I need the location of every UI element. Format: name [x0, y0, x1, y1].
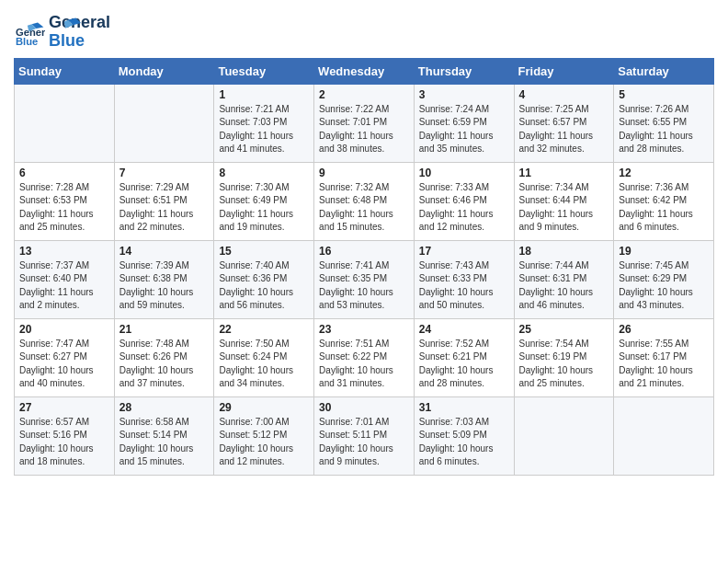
day-number: 22	[219, 323, 309, 336]
cell-content: Sunrise: 7:39 AMSunset: 6:38 PMDaylight:…	[119, 259, 210, 313]
cell-content: Sunrise: 7:43 AMSunset: 6:33 PMDaylight:…	[419, 259, 509, 313]
calendar-cell: 14Sunrise: 7:39 AMSunset: 6:38 PMDayligh…	[114, 240, 214, 318]
cell-content: Sunrise: 7:00 AMSunset: 5:12 PMDaylight:…	[219, 416, 309, 469]
cell-content: Sunrise: 7:25 AMSunset: 6:57 PMDaylight:…	[519, 103, 609, 156]
calendar-cell: 30Sunrise: 7:01 AMSunset: 5:11 PMDayligh…	[314, 396, 415, 475]
calendar-cell: 4Sunrise: 7:25 AMSunset: 6:57 PMDaylight…	[514, 84, 614, 162]
cell-content: Sunrise: 6:58 AMSunset: 5:14 PMDaylight:…	[119, 416, 210, 469]
calendar-cell: 19Sunrise: 7:45 AMSunset: 6:29 PMDayligh…	[614, 240, 714, 318]
day-number: 13	[19, 245, 109, 258]
calendar-cell: 27Sunrise: 6:57 AMSunset: 5:16 PMDayligh…	[15, 396, 115, 475]
day-number: 12	[619, 167, 709, 179]
calendar-cell: 7Sunrise: 7:29 AMSunset: 6:51 PMDaylight…	[114, 162, 214, 240]
cell-content: Sunrise: 7:55 AMSunset: 6:17 PMDaylight:…	[619, 338, 709, 391]
cell-content: Sunrise: 7:44 AMSunset: 6:31 PMDaylight:…	[519, 259, 609, 313]
calendar-cell: 15Sunrise: 7:40 AMSunset: 6:36 PMDayligh…	[214, 240, 314, 318]
cell-content: Sunrise: 7:48 AMSunset: 6:26 PMDaylight:…	[119, 338, 210, 391]
week-row-5: 27Sunrise: 6:57 AMSunset: 5:16 PMDayligh…	[15, 396, 714, 475]
cell-content: Sunrise: 7:01 AMSunset: 5:11 PMDaylight:…	[319, 416, 409, 469]
calendar-cell	[514, 396, 614, 475]
calendar-cell: 2Sunrise: 7:22 AMSunset: 7:01 PMDaylight…	[314, 84, 415, 162]
cell-content: Sunrise: 7:36 AMSunset: 6:42 PMDaylight:…	[619, 181, 709, 235]
calendar-cell	[15, 84, 115, 162]
day-number: 21	[119, 323, 210, 336]
day-number: 14	[119, 245, 210, 258]
day-number: 19	[619, 245, 709, 258]
header-day-wednesday: Wednesday	[314, 58, 415, 84]
logo-icon: General Blue	[16, 19, 45, 45]
cell-content: Sunrise: 7:50 AMSunset: 6:24 PMDaylight:…	[219, 338, 309, 391]
calendar-cell	[614, 396, 714, 475]
header-day-sunday: Sunday	[15, 58, 115, 84]
cell-content: Sunrise: 7:29 AMSunset: 6:51 PMDaylight:…	[119, 181, 210, 235]
day-number: 1	[219, 88, 309, 101]
page-header: General Blue General Blue	[14, 14, 714, 51]
day-number: 29	[219, 401, 309, 414]
day-number: 18	[519, 245, 609, 258]
cell-content: Sunrise: 7:22 AMSunset: 7:01 PMDaylight:…	[319, 103, 409, 156]
cell-content: Sunrise: 7:26 AMSunset: 6:55 PMDaylight:…	[619, 103, 709, 156]
day-number: 6	[19, 167, 109, 179]
cell-content: Sunrise: 7:41 AMSunset: 6:35 PMDaylight:…	[319, 259, 409, 313]
cell-content: Sunrise: 7:03 AMSunset: 5:09 PMDaylight:…	[419, 416, 509, 469]
calendar-cell: 10Sunrise: 7:33 AMSunset: 6:46 PMDayligh…	[414, 162, 514, 240]
day-number: 30	[319, 401, 409, 414]
cell-content: Sunrise: 7:28 AMSunset: 6:53 PMDaylight:…	[19, 181, 109, 235]
day-number: 27	[19, 401, 109, 414]
day-number: 26	[619, 323, 709, 336]
cell-content: Sunrise: 7:45 AMSunset: 6:29 PMDaylight:…	[619, 259, 709, 313]
day-number: 5	[619, 88, 709, 101]
day-number: 2	[319, 88, 409, 101]
calendar-cell: 31Sunrise: 7:03 AMSunset: 5:09 PMDayligh…	[414, 396, 514, 475]
calendar-cell: 1Sunrise: 7:21 AMSunset: 7:03 PMDaylight…	[214, 84, 314, 162]
calendar-cell: 23Sunrise: 7:51 AMSunset: 6:22 PMDayligh…	[314, 318, 415, 396]
calendar-cell: 13Sunrise: 7:37 AMSunset: 6:40 PMDayligh…	[15, 240, 115, 318]
header-day-monday: Monday	[114, 58, 214, 84]
header-day-tuesday: Tuesday	[214, 58, 314, 84]
day-number: 28	[119, 401, 210, 414]
cell-content: Sunrise: 7:30 AMSunset: 6:49 PMDaylight:…	[219, 181, 309, 235]
calendar-cell: 24Sunrise: 7:52 AMSunset: 6:21 PMDayligh…	[414, 318, 514, 396]
header-day-saturday: Saturday	[614, 58, 714, 84]
calendar-cell: 6Sunrise: 7:28 AMSunset: 6:53 PMDaylight…	[15, 162, 115, 240]
calendar-cell: 21Sunrise: 7:48 AMSunset: 6:26 PMDayligh…	[114, 318, 214, 396]
day-number: 25	[519, 323, 609, 336]
header-day-thursday: Thursday	[414, 58, 514, 84]
week-row-3: 13Sunrise: 7:37 AMSunset: 6:40 PMDayligh…	[15, 240, 714, 318]
week-row-2: 6Sunrise: 7:28 AMSunset: 6:53 PMDaylight…	[15, 162, 714, 240]
calendar-cell: 20Sunrise: 7:47 AMSunset: 6:27 PMDayligh…	[15, 318, 115, 396]
calendar-cell: 25Sunrise: 7:54 AMSunset: 6:19 PMDayligh…	[514, 318, 614, 396]
calendar-cell: 9Sunrise: 7:32 AMSunset: 6:48 PMDaylight…	[314, 162, 415, 240]
calendar-cell: 22Sunrise: 7:50 AMSunset: 6:24 PMDayligh…	[214, 318, 314, 396]
calendar-cell: 12Sunrise: 7:36 AMSunset: 6:42 PMDayligh…	[614, 162, 714, 240]
day-number: 11	[519, 167, 609, 179]
cell-content: Sunrise: 7:32 AMSunset: 6:48 PMDaylight:…	[319, 181, 409, 235]
cell-content: Sunrise: 7:21 AMSunset: 7:03 PMDaylight:…	[219, 103, 309, 156]
cell-content: Sunrise: 6:57 AMSunset: 5:16 PMDaylight:…	[19, 416, 109, 469]
calendar-cell: 5Sunrise: 7:26 AMSunset: 6:55 PMDaylight…	[614, 84, 714, 162]
day-number: 3	[419, 88, 509, 101]
logo: General Blue General Blue	[14, 14, 97, 51]
week-row-1: 1Sunrise: 7:21 AMSunset: 7:03 PMDaylight…	[15, 84, 714, 162]
calendar-cell: 16Sunrise: 7:41 AMSunset: 6:35 PMDayligh…	[314, 240, 415, 318]
calendar-cell	[114, 84, 214, 162]
svg-text:Blue: Blue	[16, 35, 38, 44]
cell-content: Sunrise: 7:34 AMSunset: 6:44 PMDaylight:…	[519, 181, 609, 235]
day-number: 10	[419, 167, 509, 179]
header-row: SundayMondayTuesdayWednesdayThursdayFrid…	[15, 58, 714, 84]
calendar-cell: 29Sunrise: 7:00 AMSunset: 5:12 PMDayligh…	[214, 396, 314, 475]
bird-icon	[55, 15, 81, 40]
day-number: 20	[19, 323, 109, 336]
cell-content: Sunrise: 7:47 AMSunset: 6:27 PMDaylight:…	[19, 338, 109, 391]
day-number: 8	[219, 167, 309, 179]
calendar-cell: 28Sunrise: 6:58 AMSunset: 5:14 PMDayligh…	[114, 396, 214, 475]
calendar-cell: 18Sunrise: 7:44 AMSunset: 6:31 PMDayligh…	[514, 240, 614, 318]
day-number: 24	[419, 323, 509, 336]
day-number: 31	[419, 401, 509, 414]
week-row-4: 20Sunrise: 7:47 AMSunset: 6:27 PMDayligh…	[15, 318, 714, 396]
header-day-friday: Friday	[514, 58, 614, 84]
day-number: 7	[119, 167, 210, 179]
cell-content: Sunrise: 7:54 AMSunset: 6:19 PMDaylight:…	[519, 338, 609, 391]
cell-content: Sunrise: 7:37 AMSunset: 6:40 PMDaylight:…	[19, 259, 109, 313]
cell-content: Sunrise: 7:24 AMSunset: 6:59 PMDaylight:…	[419, 103, 509, 156]
